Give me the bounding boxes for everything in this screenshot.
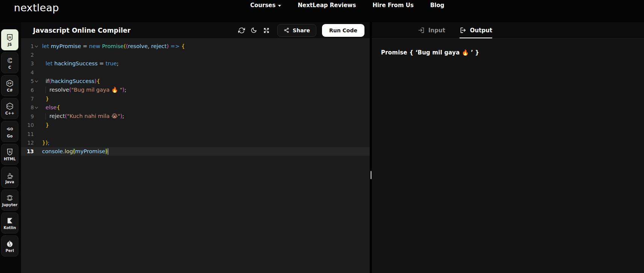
code-line[interactable]: 3 let hackingSuccess = true; <box>21 59 370 68</box>
fold-gutter <box>34 94 39 103</box>
fold-gutter <box>34 86 39 94</box>
code-text: if(hackingSuccess){ <box>39 78 100 84</box>
io-panel: InputOutput Promise { ‘Bug mil gaya 🔥 ’ … <box>372 22 644 273</box>
csharp-icon: C# <box>6 78 14 88</box>
output-icon <box>460 27 467 34</box>
fold-gutter <box>34 112 39 121</box>
fold-gutter <box>34 121 39 130</box>
chevron-glyph <box>35 106 38 109</box>
tab-output[interactable]: Output <box>460 22 492 38</box>
chevron-glyph <box>35 79 38 82</box>
sidebar-item-label: Go <box>7 134 12 139</box>
code-line[interactable]: 7 } <box>21 94 370 103</box>
nav-link-courses[interactable]: Courses <box>250 2 281 9</box>
fullscreen-icon[interactable] <box>260 24 272 36</box>
chevron-down-icon <box>278 5 281 7</box>
line-number: 10 <box>21 122 34 128</box>
sidebar-item-label: HTML <box>4 157 16 161</box>
svg-text:GO: GO <box>8 127 13 131</box>
code-line[interactable]: 5 if(hackingSuccess){ <box>21 77 370 86</box>
code-text: resolve("Bug mil gaya 🔥 "); <box>39 87 126 94</box>
nav-link-blog[interactable]: Blog <box>430 2 444 9</box>
line-number: 4 <box>21 69 34 75</box>
sidebar-item-label: C <box>8 65 11 70</box>
sidebar-item-c[interactable]: CC <box>1 52 18 73</box>
language-sidebar: JSJSCCC#C#C++C++GOGo5HTMLJavaJupyterKotl… <box>0 22 21 273</box>
app-body: JSJSCCC#C#C++C++GOGo5HTMLJavaJupyterKotl… <box>0 22 644 273</box>
html-icon: 5 <box>6 147 14 157</box>
nav-link-label: NextLeap Reviews <box>298 2 356 9</box>
refresh-icon[interactable] <box>236 24 247 36</box>
fold-gutter <box>34 147 39 156</box>
svg-text:C#: C# <box>8 82 12 85</box>
sidebar-item-go[interactable]: GOGo <box>1 121 18 142</box>
line-number: 7 <box>21 96 34 102</box>
nextleap-logo[interactable]: nextleap <box>14 2 59 14</box>
editor-actions: Share Run Code <box>236 24 364 37</box>
output-text: Promise { ‘Bug mil gaya 🔥 ’ } <box>381 49 479 56</box>
sidebar-item-kotlin[interactable]: Kotlin <box>1 213 18 234</box>
sidebar-item-perl[interactable]: Perl <box>1 235 18 256</box>
line-number: 11 <box>21 131 34 137</box>
sidebar-item-cpp[interactable]: C++C++ <box>1 98 18 119</box>
input-icon <box>418 27 425 34</box>
line-number: 2 <box>21 52 34 58</box>
sidebar-item-java[interactable]: Java <box>1 167 18 188</box>
code-text: let myPromise = new Promise((resolve, re… <box>39 43 185 49</box>
tab-input[interactable]: Input <box>418 22 445 38</box>
code-text: } <box>39 122 49 128</box>
code-line[interactable]: 11 <box>21 130 370 138</box>
sidebar-item-csharp[interactable]: C#C# <box>1 75 18 96</box>
fold-gutter <box>34 50 39 59</box>
code-text: let hackingSuccess = true; <box>39 60 119 66</box>
c-icon: C <box>6 56 14 65</box>
sidebar-item-label: JS <box>8 42 12 47</box>
line-number: 5 <box>21 78 34 84</box>
code-line[interactable]: 13console.log(myPromise) <box>21 147 370 156</box>
code-line[interactable]: 2 <box>21 50 370 59</box>
page-title: Javascript Online Compiler <box>33 27 131 34</box>
fold-chevron-icon[interactable] <box>34 77 39 86</box>
fold-chevron-icon[interactable] <box>34 42 39 50</box>
nav-link-nextleap-reviews[interactable]: NextLeap Reviews <box>298 2 356 9</box>
share-icon <box>284 27 289 33</box>
js-icon: JS <box>6 33 14 42</box>
code-line[interactable]: 12}); <box>21 138 370 147</box>
sidebar-item-label: Java <box>5 180 14 184</box>
panel-resize-handle[interactable] <box>370 171 372 179</box>
line-number: 13 <box>21 148 34 154</box>
sidebar-item-js[interactable]: JSJS <box>1 29 18 50</box>
fold-chevron-icon[interactable] <box>34 103 39 112</box>
fold-gutter <box>34 138 39 147</box>
run-code-button[interactable]: Run Code <box>322 24 364 37</box>
panel-divider <box>370 22 372 273</box>
text-cursor <box>108 148 109 155</box>
nav-link-hire-from-us[interactable]: Hire From Us <box>372 2 413 9</box>
code-line[interactable]: 6 resolve("Bug mil gaya 🔥 "); <box>21 86 370 94</box>
sidebar-item-label: Jupyter <box>2 203 17 207</box>
nav-link-label: Hire From Us <box>372 2 413 9</box>
line-number: 3 <box>21 60 34 66</box>
sidebar-item-html[interactable]: 5HTML <box>1 144 18 165</box>
code-line[interactable]: 9 reject("Kuch nahi mila 😭"); <box>21 112 370 121</box>
svg-text:5: 5 <box>9 150 11 154</box>
java-icon <box>6 170 14 179</box>
code-line[interactable]: 1let myPromise = new Promise((resolve, r… <box>21 42 370 50</box>
code-text: else{ <box>39 104 60 110</box>
cpp-icon: C++ <box>6 101 14 111</box>
moon-icon[interactable] <box>248 24 260 36</box>
sidebar-item-jupyter[interactable]: Jupyter <box>1 190 18 211</box>
code-line[interactable]: 4 <box>21 68 370 77</box>
code-line[interactable]: 10 } <box>21 121 370 130</box>
nav-link-label: Blog <box>430 2 444 9</box>
code-editor[interactable]: 1let myPromise = new Promise((resolve, r… <box>21 39 370 273</box>
sidebar-item-label: Perl <box>6 249 14 253</box>
chevron-glyph <box>35 44 38 47</box>
tab-label: Output <box>470 27 492 34</box>
fold-gutter <box>34 59 39 68</box>
svg-text:C++: C++ <box>7 105 12 107</box>
code-line[interactable]: 8 else{ <box>21 103 370 112</box>
nav-link-label: Courses <box>250 2 275 9</box>
line-number: 9 <box>21 113 34 119</box>
share-button[interactable]: Share <box>277 24 316 37</box>
